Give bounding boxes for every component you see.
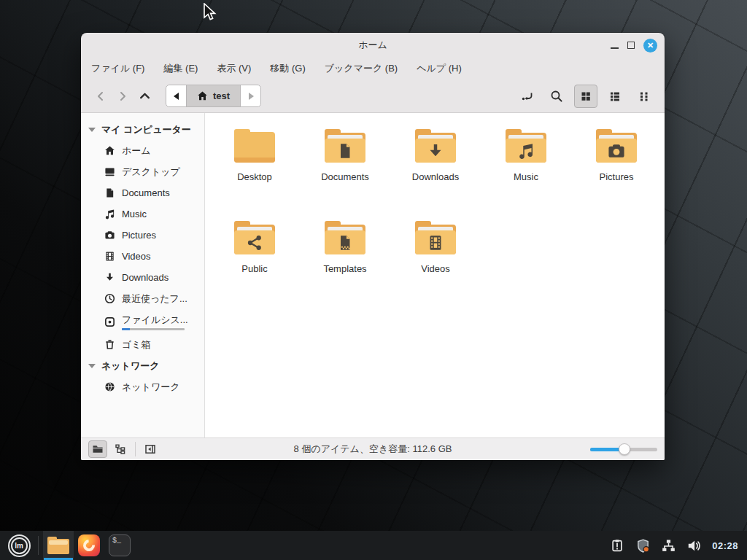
up-button[interactable] [133,85,155,107]
breadcrumb: test [166,85,261,107]
music-icon [104,209,115,219]
mint-logo-text: lm [15,542,23,550]
taskbar-separator [38,536,39,555]
close-icon: ✕ [647,42,654,50]
menu-file[interactable]: ファイル (F) [91,62,144,75]
close-button[interactable]: ✕ [643,39,657,52]
status-text: 8 個のアイテム、空き容量: 112.6 GB [81,443,665,456]
titlebar[interactable]: ホーム ✕ [81,33,665,58]
file-pictures[interactable]: Pictures [571,123,662,215]
file-manager-window: ホーム ✕ ファイル (F) 編集 (E) 表示 (V) 移動 (G) ブックマ… [81,33,665,460]
taskbar-clock[interactable]: 02:28 [712,540,738,551]
folder-music-icon [506,129,546,163]
taskbar-item-terminal[interactable]: $_ [104,531,135,560]
sidebar-item-music[interactable]: Music [81,203,204,225]
sidebar-section-network[interactable]: ネットワーク [81,355,204,376]
sidebar-item-label: Music [122,209,147,219]
edit-location-button[interactable] [516,85,539,108]
update-manager-button[interactable] [635,538,650,553]
mint-logo-icon: lm [8,534,31,557]
zoom-slider-thumb[interactable] [619,443,630,455]
folder-template-icon [325,221,365,254]
sidebar-item-home[interactable]: ホーム [81,140,204,161]
file-label: Documents [321,171,369,182]
forward-icon [117,90,128,102]
menu-view[interactable]: 表示 (V) [217,62,251,75]
clock-icon [104,293,115,304]
menubar: ファイル (F) 編集 (E) 表示 (V) 移動 (G) ブックマーク (B)… [81,58,665,79]
sidebar-item-recent[interactable]: 最近使ったフ... [81,288,204,309]
terminal-prompt-text: $_ [112,537,121,545]
breadcrumb-right-icon [247,92,255,101]
sidebar-item-documents[interactable]: Documents [81,182,204,203]
file-label: Music [514,171,538,182]
mint-menu-button[interactable]: lm [0,531,38,560]
home-icon [197,90,208,101]
file-templates[interactable]: Templates [300,215,390,307]
taskbar-item-file-manager[interactable] [43,531,74,560]
grid-view-button[interactable] [574,85,597,108]
sidebar-section-label: ネットワーク [101,359,160,373]
breadcrumb-current-button[interactable]: test [186,85,241,106]
edit-location-icon [521,90,534,103]
maximize-button[interactable] [627,42,635,49]
sidebar-item-label: ゴミ箱 [122,338,151,351]
clipboard-warning-icon [611,539,624,552]
sidebar-section-computer[interactable]: マイ コンピューター [81,119,204,140]
firefox-icon [78,534,100,556]
file-label: Public [241,263,267,274]
chevron-down-icon [88,128,96,132]
sidebar-item-label: Videos [122,251,151,262]
breadcrumb-left-button[interactable] [166,85,186,106]
search-button[interactable] [545,85,568,108]
breadcrumb-right-button[interactable] [241,85,260,106]
back-button[interactable] [90,85,112,107]
minimize-button[interactable] [611,47,619,49]
sidebar-item-network[interactable]: ネットワーク [81,376,204,397]
document-icon [104,187,115,198]
network-button[interactable] [661,538,676,553]
globe-icon [104,381,115,392]
menu-edit[interactable]: 編集 (E) [163,62,198,75]
report-tool-button[interactable] [610,538,624,553]
sidebar-item-label: ネットワーク [122,381,180,394]
forward-button[interactable] [112,85,133,107]
menu-help[interactable]: ヘルプ (H) [417,62,462,75]
sidebar-item-downloads[interactable]: Downloads [81,267,204,288]
sidebar-item-label: Pictures [122,230,156,241]
compact-view-icon [638,90,650,102]
taskbar-item-firefox[interactable] [74,531,104,560]
sidebar-item-label: デスクトップ [122,166,180,179]
camera-icon [104,230,115,241]
file-label: Pictures [600,171,634,182]
film-icon [104,251,115,262]
list-view-button[interactable] [603,85,627,108]
compact-view-button[interactable] [632,85,656,108]
disk-icon [104,316,115,327]
sidebar-item-label: ホーム [122,144,151,158]
file-label: Downloads [412,171,459,182]
menu-go[interactable]: 移動 (G) [270,62,305,75]
back-icon [95,90,107,102]
file-public[interactable]: Public [209,215,300,307]
volume-button[interactable] [686,538,701,553]
speaker-icon [687,539,701,553]
folder-camera-icon [596,129,637,163]
download-icon [104,272,115,283]
file-documents[interactable]: Documents [300,123,390,215]
file-music[interactable]: Music [481,123,571,215]
menu-bookmarks[interactable]: ブックマーク (B) [325,62,398,75]
sidebar-item-label: ファイルシス... [122,314,188,327]
sidebar-item-videos[interactable]: Videos [81,246,204,267]
file-videos[interactable]: Videos [390,215,481,307]
sidebar-item-desktop[interactable]: デスクトップ [81,161,204,182]
sidebar-item-filesystem[interactable]: ファイルシス... [81,309,204,334]
folder-document-icon [325,129,365,163]
sidebar-item-trash[interactable]: ゴミ箱 [81,334,204,355]
home-icon [104,145,115,156]
folder-film-icon [415,221,456,254]
zoom-slider[interactable] [590,443,657,455]
file-desktop[interactable]: Desktop [209,123,300,215]
sidebar-item-pictures[interactable]: Pictures [81,225,204,246]
file-downloads[interactable]: Downloads [390,123,481,215]
